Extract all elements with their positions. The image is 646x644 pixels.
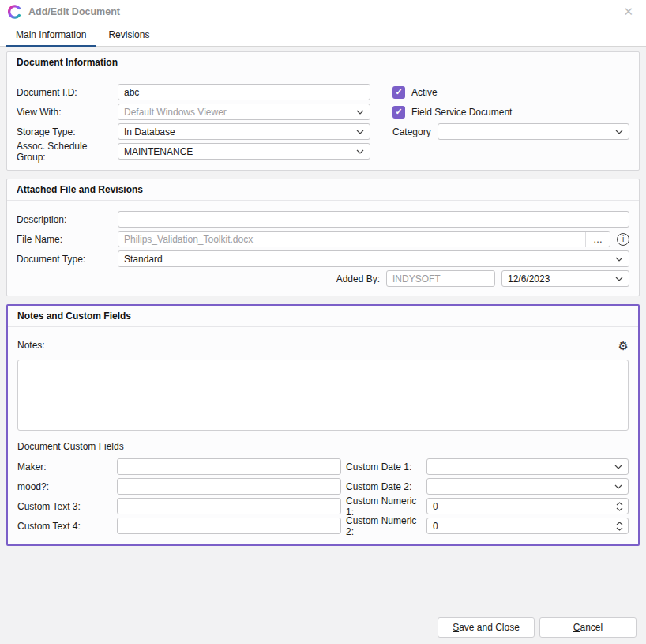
- cancel-button[interactable]: Cancel: [539, 617, 637, 638]
- chevron-down-icon: [614, 484, 622, 489]
- save-and-close-button[interactable]: Save and Close: [438, 617, 535, 638]
- mood-input[interactable]: [117, 478, 341, 495]
- chevron-down-icon: [356, 130, 364, 134]
- custom-numeric-2-label: Custom Numeric 2:: [346, 515, 426, 537]
- file-name-input: Philips_Validation_Toolkit.docx …: [118, 231, 610, 247]
- schedule-group-select[interactable]: MAINTENANCE: [118, 143, 370, 160]
- spinner-up-icon[interactable]: [616, 502, 623, 506]
- file-name-value: Philips_Validation_Toolkit.docx: [124, 234, 585, 245]
- custom-date-2-select[interactable]: [426, 478, 629, 495]
- storage-type-select[interactable]: In Database: [118, 123, 370, 140]
- added-date-select[interactable]: 12/6/2023: [501, 270, 629, 287]
- custom-numeric-1-label: Custom Numeric 1:: [346, 495, 426, 518]
- app-logo-icon: [8, 5, 22, 19]
- section-title-attached-file: Attached File and Revisions: [7, 179, 639, 201]
- section-attached-file: Attached File and Revisions Description:…: [6, 179, 640, 296]
- custom-numeric-1-value: 0: [433, 501, 611, 512]
- section-title-document-information: Document Information: [7, 52, 639, 73]
- titlebar: Add/Edit Document ✕: [0, 0, 646, 24]
- schedule-group-value: MAINTENANCE: [124, 146, 351, 157]
- added-by-label: Added By:: [336, 273, 380, 284]
- field-service-checkbox[interactable]: ✓ Field Service Document: [392, 104, 629, 120]
- add-edit-document-dialog: Add/Edit Document ✕ Main Information Rev…: [0, 0, 646, 644]
- custom-numeric-2-value: 0: [433, 521, 611, 532]
- window-title: Add/Edit Document: [28, 6, 120, 17]
- custom-date-2-label: Custom Date 2:: [346, 481, 426, 492]
- checkbox-checked-icon: ✓: [392, 106, 405, 119]
- spinner-up-icon[interactable]: [616, 522, 623, 525]
- notes-textarea[interactable]: [17, 360, 629, 431]
- view-with-value: Default Windows Viewer: [124, 107, 351, 118]
- tab-main-information[interactable]: Main Information: [5, 24, 97, 46]
- notes-label: Notes:: [17, 340, 45, 351]
- checkbox-checked-icon: ✓: [392, 86, 405, 99]
- custom-date-1-select[interactable]: [426, 458, 629, 475]
- chevron-down-icon: [615, 257, 623, 262]
- browse-file-button[interactable]: …: [585, 232, 610, 247]
- section-notes-custom-fields: Notes and Custom Fields Notes: ⚙ Documen…: [6, 304, 640, 546]
- description-input[interactable]: [118, 211, 629, 228]
- added-by-input: [386, 270, 495, 287]
- active-checkbox-label: Active: [411, 87, 438, 98]
- maker-input[interactable]: [117, 458, 341, 475]
- dialog-content: Document Information Document I.D: View …: [0, 47, 646, 617]
- document-type-value: Standard: [124, 254, 610, 265]
- chevron-down-icon: [356, 149, 364, 154]
- document-id-label: Document I.D:: [17, 87, 118, 98]
- storage-type-value: In Database: [124, 126, 351, 137]
- gear-icon[interactable]: ⚙: [618, 340, 629, 352]
- spinner-down-icon[interactable]: [616, 527, 623, 531]
- custom-numeric-2-input[interactable]: 0: [426, 518, 629, 534]
- view-with-select[interactable]: Default Windows Viewer: [118, 104, 370, 120]
- custom-text-4-input[interactable]: [117, 518, 341, 534]
- chevron-down-icon: [614, 465, 622, 469]
- chevron-down-icon: [615, 277, 623, 281]
- custom-numeric-1-input[interactable]: 0: [426, 498, 629, 514]
- spinner-down-icon[interactable]: [616, 507, 623, 511]
- section-document-information: Document Information Document I.D: View …: [6, 51, 640, 171]
- file-name-label: File Name:: [17, 234, 118, 245]
- category-label: Category: [392, 126, 431, 137]
- maker-label: Maker:: [17, 461, 117, 473]
- info-icon[interactable]: i: [617, 233, 629, 246]
- chevron-down-icon: [615, 130, 623, 134]
- document-type-label: Document Type:: [17, 254, 118, 265]
- custom-date-1-label: Custom Date 1:: [346, 461, 426, 473]
- document-type-select[interactable]: Standard: [118, 250, 629, 267]
- tab-bar: Main Information Revisions: [0, 24, 646, 47]
- custom-text-3-input[interactable]: [117, 498, 341, 514]
- description-label: Description:: [17, 214, 118, 225]
- mood-label: mood?:: [17, 481, 117, 492]
- document-id-input[interactable]: [118, 84, 370, 100]
- field-service-checkbox-label: Field Service Document: [411, 107, 512, 118]
- section-title-notes-custom-fields: Notes and Custom Fields: [8, 306, 638, 327]
- view-with-label: View With:: [17, 107, 118, 118]
- custom-text-3-label: Custom Text 3:: [17, 501, 117, 512]
- chevron-down-icon: [356, 110, 364, 115]
- custom-text-4-label: Custom Text 4:: [17, 521, 117, 532]
- added-date-value: 12/6/2023: [508, 273, 610, 284]
- storage-type-label: Storage Type:: [17, 126, 118, 137]
- tab-revisions[interactable]: Revisions: [97, 24, 160, 46]
- active-checkbox[interactable]: ✓ Active: [392, 84, 629, 100]
- schedule-group-label: Assoc. Schedule Group:: [17, 141, 118, 163]
- custom-fields-title: Document Custom Fields: [17, 441, 629, 452]
- dialog-footer: Save and Close Cancel: [0, 617, 646, 644]
- close-icon[interactable]: ✕: [618, 5, 638, 19]
- category-select[interactable]: [438, 123, 629, 140]
